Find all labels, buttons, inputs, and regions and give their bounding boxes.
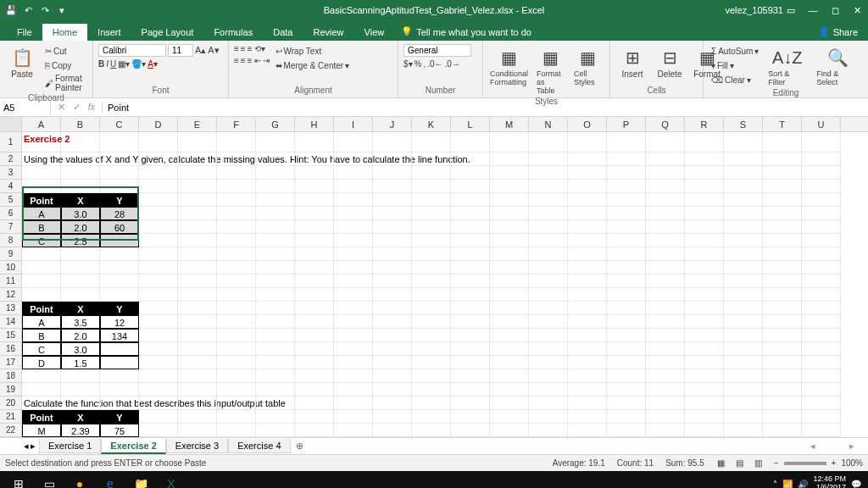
comma-icon[interactable]: , — [423, 59, 426, 69]
cell[interactable] — [373, 166, 412, 180]
row-header[interactable]: 13 — [0, 302, 22, 315]
customize-qa-icon[interactable]: ▾ — [54, 3, 70, 18]
cell[interactable]: X — [61, 302, 100, 315]
cell[interactable] — [256, 369, 295, 383]
cell[interactable] — [217, 315, 256, 329]
cell[interactable] — [373, 288, 412, 302]
cell[interactable] — [685, 207, 724, 220]
copy-button[interactable]: ⎘Copy — [42, 58, 87, 72]
cell[interactable] — [568, 152, 607, 166]
cell[interactable] — [451, 193, 490, 207]
cell[interactable] — [373, 193, 412, 207]
cell[interactable] — [685, 288, 724, 302]
cell[interactable] — [451, 234, 490, 247]
cell[interactable] — [217, 383, 256, 396]
cell[interactable] — [61, 261, 100, 274]
cell[interactable] — [646, 383, 685, 396]
cell[interactable] — [412, 166, 451, 180]
cell[interactable] — [334, 261, 373, 274]
cell[interactable] — [256, 329, 295, 342]
cell[interactable]: C — [22, 234, 61, 247]
cell[interactable] — [139, 383, 178, 396]
col-header[interactable]: N — [529, 117, 568, 131]
cell[interactable] — [412, 302, 451, 315]
fill-button[interactable]: ▾Fill▾ — [709, 58, 761, 72]
cell[interactable] — [763, 329, 802, 342]
cell[interactable] — [451, 166, 490, 180]
wrap-text-button[interactable]: ↩Wrap Text — [273, 44, 353, 58]
cell[interactable] — [373, 369, 412, 383]
cell[interactable] — [139, 356, 178, 369]
cell[interactable] — [763, 315, 802, 329]
border-button[interactable]: ▦▾ — [118, 59, 130, 69]
cell[interactable] — [373, 329, 412, 342]
cell[interactable] — [490, 342, 529, 356]
cell[interactable] — [607, 369, 646, 383]
cell[interactable] — [217, 261, 256, 274]
cell[interactable] — [295, 424, 334, 437]
cell[interactable] — [334, 410, 373, 424]
cell[interactable] — [139, 193, 178, 207]
cell[interactable] — [295, 302, 334, 315]
cell[interactable] — [763, 410, 802, 424]
cell[interactable] — [412, 342, 451, 356]
cell[interactable] — [412, 207, 451, 220]
underline-button[interactable]: U — [110, 59, 116, 69]
cell[interactable] — [451, 132, 490, 152]
cell[interactable] — [646, 261, 685, 274]
cell[interactable] — [763, 261, 802, 274]
cell[interactable] — [412, 410, 451, 424]
cell[interactable] — [724, 166, 763, 180]
cell[interactable] — [178, 369, 217, 383]
cell[interactable]: 2.39 — [61, 424, 100, 437]
sheet-nav-prev-icon[interactable]: ◂ — [24, 441, 29, 452]
cell[interactable] — [100, 166, 139, 180]
cell[interactable] — [685, 329, 724, 342]
row-header[interactable]: 11 — [0, 274, 22, 288]
cell[interactable] — [256, 383, 295, 396]
cell[interactable] — [412, 329, 451, 342]
cell[interactable] — [373, 356, 412, 369]
cell[interactable] — [295, 396, 334, 410]
cell[interactable] — [724, 220, 763, 234]
cell[interactable] — [139, 369, 178, 383]
clear-button[interactable]: ⌫Clear▾ — [709, 73, 761, 86]
cell[interactable] — [763, 288, 802, 302]
cell[interactable] — [217, 302, 256, 315]
find-select-button[interactable]: 🔍Find & Select — [813, 44, 863, 88]
decrease-font-icon[interactable]: A▾ — [208, 45, 219, 56]
row-header[interactable]: 20 — [0, 396, 22, 410]
cell[interactable] — [490, 261, 529, 274]
cell[interactable] — [256, 180, 295, 193]
cell[interactable]: Y — [100, 410, 139, 424]
cell[interactable] — [724, 132, 763, 152]
cell[interactable]: C — [22, 342, 61, 356]
cell[interactable] — [178, 424, 217, 437]
cell[interactable] — [568, 396, 607, 410]
cell[interactable] — [724, 152, 763, 166]
row-header[interactable]: 1 — [0, 132, 22, 152]
cell[interactable] — [724, 302, 763, 315]
cell[interactable] — [100, 356, 139, 369]
cell[interactable]: Y — [100, 193, 139, 207]
cell[interactable] — [256, 234, 295, 247]
cell[interactable] — [451, 424, 490, 437]
cell[interactable] — [607, 356, 646, 369]
cell[interactable] — [685, 315, 724, 329]
cell[interactable] — [685, 410, 724, 424]
spreadsheet-grid[interactable]: A B C D E F G H I J K L M N O P Q R S T … — [0, 117, 868, 437]
tab-data[interactable]: Data — [263, 24, 303, 41]
cell[interactable] — [529, 274, 568, 288]
cell[interactable] — [334, 193, 373, 207]
cell[interactable] — [178, 247, 217, 261]
col-header[interactable]: T — [763, 117, 802, 131]
col-header[interactable]: C — [100, 117, 139, 131]
cell[interactable] — [763, 220, 802, 234]
delete-cells-button[interactable]: ⊟Delete — [653, 44, 687, 80]
cell[interactable]: Point — [22, 193, 61, 207]
select-all-corner[interactable] — [0, 117, 22, 131]
number-format-select[interactable] — [403, 44, 471, 57]
cell[interactable] — [763, 152, 802, 166]
italic-button[interactable]: I — [106, 59, 108, 69]
cell[interactable] — [607, 288, 646, 302]
